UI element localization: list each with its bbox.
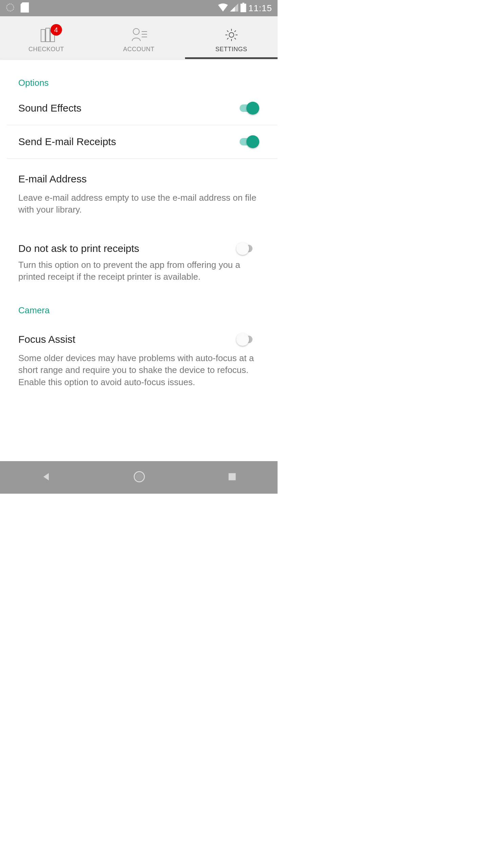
row-label: Send E-mail Receipts [18, 136, 236, 147]
toggle-focus-assist[interactable] [236, 333, 259, 346]
row-label: E-mail Address [18, 173, 259, 185]
svg-rect-4 [46, 28, 50, 42]
system-nav-bar [0, 461, 278, 494]
row-label: Do not ask to print receipts [18, 243, 236, 254]
status-clock: 11:15 [248, 3, 272, 14]
sd-card-icon [20, 2, 29, 14]
settings-scroll[interactable]: Options Sound Effects Send E-mail Receip… [0, 59, 278, 461]
person-list-icon [131, 27, 146, 42]
svg-rect-3 [41, 29, 45, 42]
no-print-hint: Turn this option on to prevent the app f… [0, 256, 278, 293]
toggle-no-print-receipts[interactable] [236, 242, 259, 255]
checkout-badge: 4 [50, 24, 62, 36]
row-sound-effects[interactable]: Sound Effects [7, 92, 278, 125]
tab-bar: 4 CHECKOUT ACCOUNT SETTINGS [0, 16, 278, 59]
svg-point-0 [7, 4, 14, 11]
toggle-send-email-receipts[interactable] [236, 135, 259, 148]
focus-assist-hint: Some older devices may have problems wit… [0, 350, 278, 398]
tab-label: SETTINGS [215, 46, 247, 53]
books-icon: 4 [39, 27, 54, 42]
svg-rect-13 [229, 473, 236, 480]
toggle-sound-effects[interactable] [236, 102, 259, 115]
svg-point-12 [136, 473, 143, 480]
tab-label: ACCOUNT [123, 46, 155, 53]
spinner-icon [5, 3, 15, 14]
wifi-icon [218, 3, 228, 13]
row-focus-assist[interactable]: Focus Assist [0, 319, 278, 350]
tab-checkout[interactable]: 4 CHECKOUT [0, 16, 93, 59]
section-title-options: Options [0, 59, 278, 92]
row-no-print-receipts[interactable]: Do not ask to print receipts [0, 226, 278, 256]
tab-account[interactable]: ACCOUNT [93, 16, 185, 59]
svg-rect-2 [242, 3, 244, 4]
tab-settings[interactable]: SETTINGS [185, 16, 278, 59]
row-label: Sound Effects [18, 102, 236, 114]
back-icon[interactable] [41, 471, 52, 484]
cell-signal-icon [230, 3, 238, 13]
row-email-address[interactable]: E-mail Address [0, 159, 278, 189]
tab-label: CHECKOUT [28, 46, 64, 53]
recent-apps-icon[interactable] [227, 472, 237, 483]
email-address-hint: Leave e-mail address empty to use the e-… [0, 189, 278, 226]
toggle-thumb [246, 102, 259, 115]
svg-point-6 [133, 28, 139, 35]
row-label: Focus Assist [18, 334, 236, 345]
toggle-thumb [236, 333, 249, 346]
toggle-thumb [246, 135, 259, 148]
gear-icon [224, 27, 239, 42]
row-send-email-receipts[interactable]: Send E-mail Receipts [7, 125, 278, 159]
svg-rect-1 [241, 4, 246, 12]
status-bar: 11:15 [0, 0, 278, 16]
section-title-camera: Camera [0, 293, 278, 319]
battery-icon [240, 3, 246, 14]
home-icon[interactable] [133, 470, 146, 485]
toggle-thumb [236, 242, 249, 255]
svg-point-10 [229, 33, 234, 37]
